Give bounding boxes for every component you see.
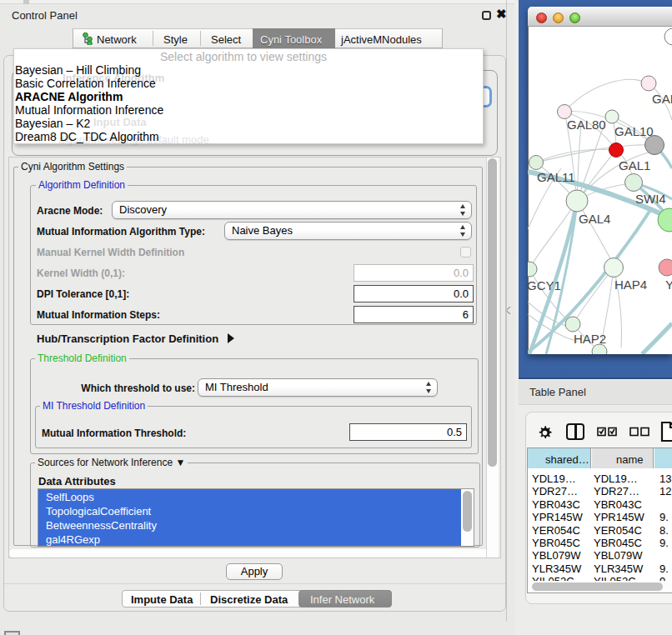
svg-text:HAP4: HAP4	[614, 278, 647, 292]
svg-text:GAL10: GAL10	[614, 124, 654, 138]
svg-text:GAL4: GAL4	[579, 212, 610, 226]
svg-text:SWI4: SWI4	[635, 192, 666, 206]
svg-text:GAL: GAL	[652, 92, 672, 106]
svg-text:GAL1: GAL1	[619, 158, 650, 172]
svg-text:GCY1: GCY1	[528, 278, 561, 292]
svg-text:GAL11: GAL11	[537, 170, 575, 184]
svg-text:GAL80: GAL80	[567, 118, 606, 132]
svg-text:HAP2: HAP2	[574, 332, 606, 346]
svg-text:Y: Y	[665, 278, 672, 292]
